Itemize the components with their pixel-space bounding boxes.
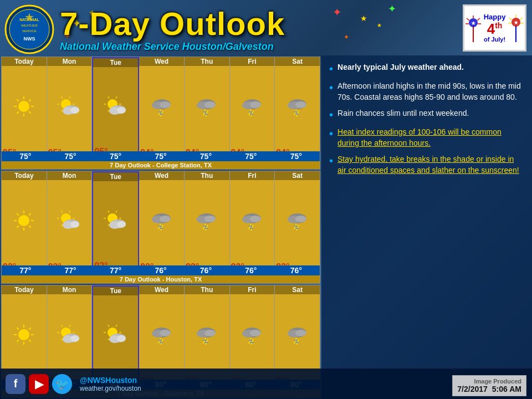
weather-icon-area — [230, 294, 275, 376]
svg-line-11 — [477, 18, 480, 21]
social-icons: f ▶ 🐦 — [0, 374, 78, 394]
svg-line-141 — [17, 340, 19, 342]
bullet-list: •Nearly typical July weather ahead.•Afte… — [329, 62, 524, 176]
twitter-handle: @NWSHouston — [80, 376, 141, 385]
svg-line-152 — [69, 325, 70, 326]
svg-text:NWS: NWS — [24, 36, 35, 42]
day-name: Today — [2, 285, 47, 294]
facebook-icon[interactable]: f — [6, 374, 25, 394]
day-name: Tue — [93, 172, 138, 181]
weather-icon-area — [139, 180, 184, 262]
weather-icon-area — [275, 66, 320, 147]
svg-point-61 — [204, 101, 216, 108]
day-cell-1-4: Thu 92°20%S 8 — [185, 171, 230, 275]
svg-text:WEATHER: WEATHER — [21, 24, 38, 27]
bullet-dot: • — [329, 62, 333, 75]
svg-point-51 — [117, 107, 126, 114]
image-produced-date: 7/2/2017 — [457, 385, 488, 393]
svg-line-139 — [29, 340, 32, 342]
day-cell-0-6: Sat 94°20%S 6 — [275, 57, 320, 161]
svg-line-162 — [116, 325, 117, 326]
svg-line-159 — [108, 339, 109, 340]
svg-line-84 — [17, 226, 19, 228]
day-cell-1-6: Sat 93°20%S 8 — [275, 171, 320, 275]
low-temp: 77° — [3, 266, 48, 275]
svg-point-155 — [70, 335, 79, 342]
bullet-dot: • — [329, 154, 333, 167]
low-temp: 75° — [183, 152, 228, 161]
section-label: 7 Day Outlook - College Station, TX — [2, 161, 320, 169]
svg-point-189 — [295, 330, 306, 336]
day-name: Tue — [93, 287, 138, 295]
day-name: Tue — [93, 58, 138, 67]
svg-point-118 — [204, 216, 216, 222]
svg-text:SERVICE: SERVICE — [22, 29, 37, 33]
youtube-icon[interactable]: ▶ — [29, 374, 49, 394]
svg-point-75 — [295, 101, 306, 108]
svg-line-47 — [108, 96, 109, 98]
holiday-of-july: of July! — [484, 36, 506, 43]
bullet-text: Stay hydrated, take breaks in the shade … — [337, 154, 524, 176]
nws-logo: NATIONAL WEATHER SERVICE NWS — [4, 4, 54, 54]
day-cell-0-0: Today 95°5%S 13 — [2, 57, 47, 161]
svg-point-182 — [250, 330, 261, 336]
bullet-dot: • — [329, 81, 333, 94]
left-panel: Today 95°5%S 13Mon 95°5%S 8Tue 95°5%S 8W… — [0, 55, 321, 399]
svg-line-102 — [108, 224, 109, 226]
twitter-icon[interactable]: 🐦 — [52, 374, 72, 394]
day-cell-0-1: Mon 95°5%S 8 — [47, 57, 93, 161]
social-text: @NWSHouston weather.gov/houston — [80, 376, 141, 392]
weather-section-0: Today 95°5%S 13Mon 95°5%S 8Tue 95°5%S 8W… — [1, 57, 320, 170]
day-name: Fri — [230, 285, 275, 294]
low-temp: 76° — [183, 266, 228, 275]
svg-line-149 — [62, 339, 63, 340]
day-cell-0-5: Fri 94°10%S 6 — [230, 57, 275, 161]
svg-line-29 — [17, 100, 19, 102]
weather-icon-area — [185, 294, 229, 376]
svg-line-18 — [509, 18, 512, 20]
day-name: Mon — [47, 171, 92, 180]
day-name: Sat — [275, 171, 320, 180]
weather-icon-area — [2, 66, 47, 147]
svg-point-125 — [250, 216, 261, 222]
svg-line-37 — [62, 96, 63, 98]
low-temp-bar: 75°75°75°75°75°75°75° — [2, 151, 320, 161]
svg-line-145 — [29, 328, 32, 330]
day-cell-0-4: Thu 94°15%S 5 — [185, 57, 230, 161]
weather-icon-area — [185, 66, 229, 147]
low-temp: 75° — [228, 152, 273, 161]
bullet-text: Nearly typical July weather ahead. — [337, 62, 464, 73]
day-cell-1-3: Wed 92°20%SE 8 — [139, 171, 185, 275]
section-label: 7 Day Outlook - Houston, TX — [2, 275, 320, 283]
svg-line-161 — [108, 325, 109, 326]
weather-icon-area — [275, 294, 320, 376]
svg-line-105 — [116, 211, 117, 212]
header: NATIONAL WEATHER SERVICE NWS 7-Day Outlo… — [0, 0, 532, 55]
svg-line-10 — [467, 18, 469, 21]
day-cell-1-5: Fri 92°15%S 8 — [230, 171, 275, 275]
weather-icon-area — [93, 67, 138, 146]
weather-icon-area — [2, 294, 47, 376]
day-name: Fri — [230, 57, 275, 66]
bullet-text: Heat index readings of 100-106 will be c… — [337, 127, 524, 149]
svg-line-151 — [62, 325, 63, 326]
day-name: Sat — [275, 285, 320, 294]
low-temp: 75° — [3, 152, 48, 161]
weather-icon-area — [93, 181, 138, 260]
svg-line-104 — [108, 211, 109, 212]
svg-point-54 — [160, 101, 171, 108]
svg-line-48 — [116, 96, 117, 98]
svg-line-38 — [69, 96, 70, 98]
svg-point-111 — [160, 216, 171, 222]
main-content: Today 95°5%S 13Mon 95°5%S 8Tue 95°5%S 8W… — [0, 55, 532, 399]
svg-text:★: ★ — [471, 21, 476, 26]
day-name: Mon — [47, 57, 92, 66]
bullet-item-3: •Heat index readings of 100-106 will be … — [329, 127, 524, 149]
weather-section-1: Today 93°10%S 12Mon 93°15%SE 12Tue 92°5%… — [1, 171, 320, 284]
weather-icon-area — [230, 66, 275, 147]
weather-icon-area — [2, 180, 47, 262]
svg-point-68 — [250, 101, 261, 108]
day-name: Mon — [47, 285, 92, 294]
svg-line-95 — [69, 211, 70, 212]
bullet-text: Rain chances slim until next weekend. — [337, 108, 469, 119]
